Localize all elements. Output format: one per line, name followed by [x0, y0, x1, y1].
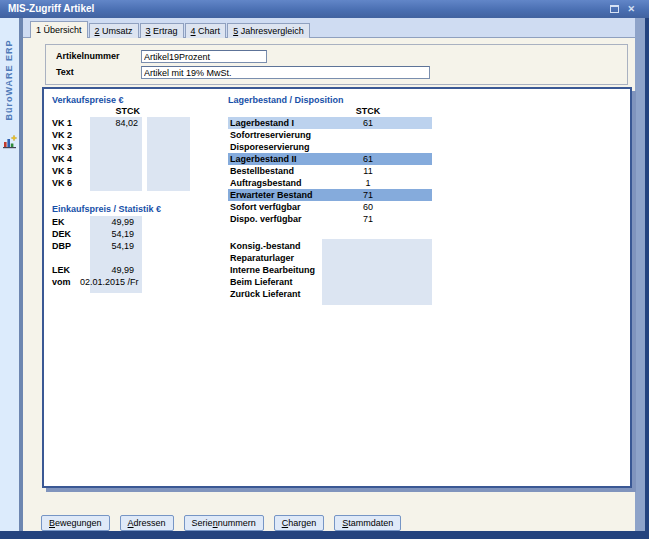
special-stock-box	[322, 239, 432, 305]
close-icon[interactable]: ✕	[627, 5, 635, 14]
vk4-label: VK 4	[52, 153, 72, 165]
tab-page-uebersicht: Artikelnummer Text Verkaufspreise € STCK…	[23, 37, 635, 531]
stock-row-value: 1	[324, 177, 412, 189]
stock-row-value: 61	[324, 117, 412, 129]
sales-value-box-2	[147, 117, 190, 191]
vk2-value	[90, 129, 142, 141]
lagerbestand-title: Lagerbestand / Disposition	[228, 94, 344, 106]
dek-value: 54,19	[80, 228, 138, 240]
stock-row-value: 71	[324, 213, 412, 225]
beim-lieferant-label: Beim Lieferant	[230, 276, 293, 288]
stock-row-value: 71	[324, 189, 412, 201]
window-frame-bottom	[0, 531, 649, 539]
tab-jahresvergleich[interactable]: 5 Jahresvergleich	[227, 23, 310, 38]
stock-row-value: 61	[324, 153, 412, 165]
konsig-bestand-label: Konsig.-bestand	[230, 240, 301, 252]
stock-row-label: Auftragsbestand	[230, 177, 302, 189]
stock-row-label: Dispo. verfügbar	[230, 213, 302, 225]
vk5-value	[90, 165, 142, 177]
tab-bar: 1 Übersicht 2 Umsatz 3 Ertrag 4 Chart 5 …	[30, 21, 311, 38]
vk1-label: VK 1	[52, 117, 72, 129]
vk3-label: VK 3	[52, 141, 72, 153]
artikelnummer-input[interactable]	[141, 50, 267, 63]
vk2-label: VK 2	[52, 129, 72, 141]
application-window: MIS-Zugriff Artikel ✕ BüroWARE ERP 1 Übe…	[0, 0, 649, 539]
lek-label: LEK	[52, 264, 70, 276]
chargen-button[interactable]: Chargen	[274, 515, 325, 531]
reparaturlager-label: Reparaturlager	[230, 252, 294, 264]
vk4-value	[90, 153, 142, 165]
bewegungen-button[interactable]: Bewegungen	[41, 515, 110, 531]
titlebar: MIS-Zugriff Artikel ✕	[0, 0, 649, 18]
seriennummern-button[interactable]: Seriennummern	[184, 515, 264, 531]
vom-label: vom	[52, 276, 71, 288]
sales-stck-header: STCK	[90, 106, 142, 117]
purchase-blank-value	[80, 252, 138, 264]
stock-row-erwarteter-bestand: Erwarteter Bestand 71	[228, 189, 432, 201]
restore-window-icon[interactable]	[610, 5, 619, 13]
sidebar: BüroWARE ERP	[0, 18, 19, 531]
stammdaten-button[interactable]: Stammdaten	[334, 515, 401, 531]
ek-value: 49,99	[80, 216, 138, 228]
stock-row-sofort-verfuegbar: Sofort verfügbar 60	[228, 201, 432, 213]
stock-row-label: Bestellbestand	[230, 165, 294, 177]
stock-row-auftragsbestand: Auftragsbestand 1	[228, 177, 432, 189]
stock-row-bestellbestand: Bestellbestand 11	[228, 165, 432, 177]
brand-vertical-text: BüroWARE ERP	[4, 37, 14, 123]
stock-stck-header: STCK	[324, 106, 412, 117]
stock-row-disporeservierung: Disporeservierung	[228, 141, 432, 153]
stock-row-value: 11	[324, 165, 412, 177]
interne-bearbeitung-label: Interne Bearbeitung	[230, 264, 315, 276]
vk5-label: VK 5	[52, 165, 72, 177]
stock-row-label: Lagerbestand II	[230, 153, 297, 165]
stock-row-label: Lagerbestand I	[230, 117, 294, 129]
stock-row-label: Erwarteter Bestand	[230, 189, 313, 201]
ek-label: EK	[52, 216, 65, 228]
stock-row-lagerbestand-1: Lagerbestand I 61	[228, 117, 432, 129]
stock-row-label: Sofortreservierung	[230, 129, 311, 141]
tab-chart[interactable]: 4 Chart	[185, 23, 227, 38]
zurueck-lieferant-label: Zurück Lieferant	[230, 288, 301, 300]
stock-row-lagerbestand-2: Lagerbestand II 61	[228, 153, 432, 165]
dbp-value: 54,19	[80, 240, 138, 252]
stock-row-label: Sofort verfügbar	[230, 201, 301, 213]
window-title: MIS-Zugriff Artikel	[8, 3, 94, 14]
dbp-label: DBP	[52, 240, 71, 252]
vk6-label: VK 6	[52, 177, 72, 189]
dek-label: DEK	[52, 228, 71, 240]
window-frame-right-outer	[645, 18, 649, 539]
lek-value: 49,99	[80, 264, 138, 276]
stock-row-label: Disporeservierung	[230, 141, 310, 153]
tab-uebersicht[interactable]: 1 Übersicht	[30, 21, 88, 38]
tab-ertrag[interactable]: 3 Ertrag	[140, 23, 184, 38]
text-label: Text	[56, 66, 136, 78]
stock-row-dispo-verfuegbar: Dispo. verfügbar 71	[228, 213, 432, 225]
vk1-value: 84,02	[90, 117, 142, 129]
footer-button-bar: Bewegungen Adressen Seriennummern Charge…	[41, 515, 401, 531]
stock-row-value	[324, 141, 412, 153]
vk6-value	[90, 177, 142, 189]
overview-panel: Verkaufspreise € STCK VK 1 84,02 VK 2 VK…	[42, 87, 632, 488]
stock-row-sofortreservierung: Sofortreservierung	[228, 129, 432, 141]
stock-row-value	[324, 129, 412, 141]
window-frame-right	[635, 18, 645, 539]
tab-umsatz[interactable]: 2 Umsatz	[89, 23, 139, 38]
verkaufspreise-title: Verkaufspreise €	[52, 94, 124, 106]
stock-row-value: 60	[324, 201, 412, 213]
artikelnummer-label: Artikelnummer	[56, 50, 136, 62]
vom-value: 02.01.2015 /Fr	[80, 276, 138, 288]
adressen-button[interactable]: Adressen	[120, 515, 174, 531]
article-form-groupbox: Artikelnummer Text	[45, 44, 628, 85]
vk3-value	[90, 141, 142, 153]
mis-chart-icon[interactable]	[2, 134, 17, 149]
einkaufspreis-title: Einkaufspreis / Statistik €	[52, 203, 161, 215]
text-input[interactable]	[141, 66, 430, 79]
